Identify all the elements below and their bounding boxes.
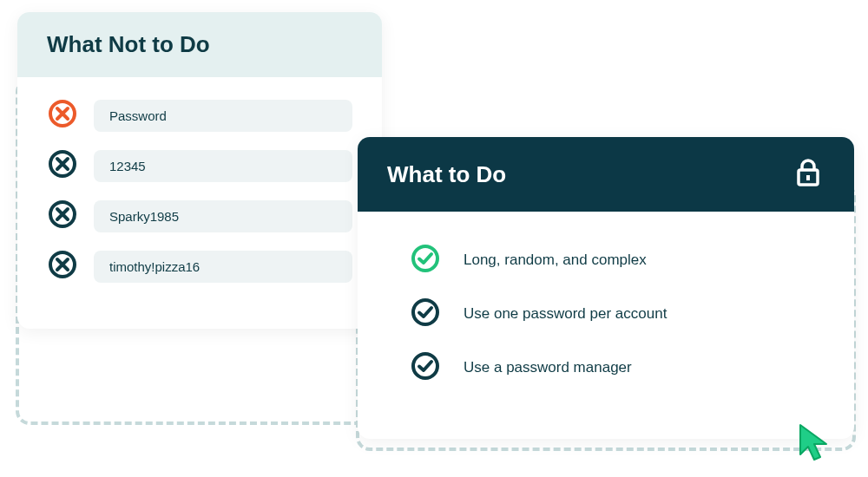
x-circle-icon [47, 249, 78, 284]
x-circle-icon [47, 199, 78, 233]
check-circle-icon [410, 350, 441, 385]
what-not-to-do-header: What Not to Do [17, 12, 382, 77]
what-to-do-body: Long, random, and complex Use one passwo… [358, 212, 854, 413]
bad-password-pill: Password [94, 100, 352, 132]
svg-rect-5 [806, 175, 810, 180]
good-practice-text: Long, random, and complex [464, 252, 647, 269]
list-item: 12345 [47, 148, 352, 183]
what-not-to-do-title: What Not to Do [47, 31, 352, 58]
x-circle-icon [47, 98, 78, 133]
good-practice-text: Use one password per account [464, 305, 667, 323]
what-not-to-do-card: What Not to Do Password 12345 Sparky1985 [17, 12, 382, 329]
what-to-do-title: What to Do [387, 161, 506, 188]
list-item: Long, random, and complex [410, 243, 819, 278]
list-item: timothy!pizza16 [47, 249, 352, 284]
bad-password-pill: 12345 [94, 150, 352, 182]
check-circle-icon [410, 243, 441, 278]
cursor-icon [795, 421, 837, 467]
what-not-to-do-body: Password 12345 Sparky1985 timothy!pizza1… [17, 77, 382, 303]
lock-icon [792, 156, 825, 193]
bad-password-pill: timothy!pizza16 [94, 251, 352, 283]
list-item: Password [47, 98, 352, 133]
list-item: Sparky1985 [47, 199, 352, 233]
what-to-do-header: What to Do [358, 137, 854, 212]
what-to-do-card: What to Do Long, random, and complex Use… [358, 137, 854, 439]
list-item: Use a password manager [410, 350, 819, 385]
list-item: Use one password per account [410, 297, 819, 331]
good-practice-text: Use a password manager [464, 359, 632, 376]
check-circle-icon [410, 297, 441, 331]
x-circle-icon [47, 148, 78, 183]
bad-password-pill: Sparky1985 [94, 200, 352, 232]
